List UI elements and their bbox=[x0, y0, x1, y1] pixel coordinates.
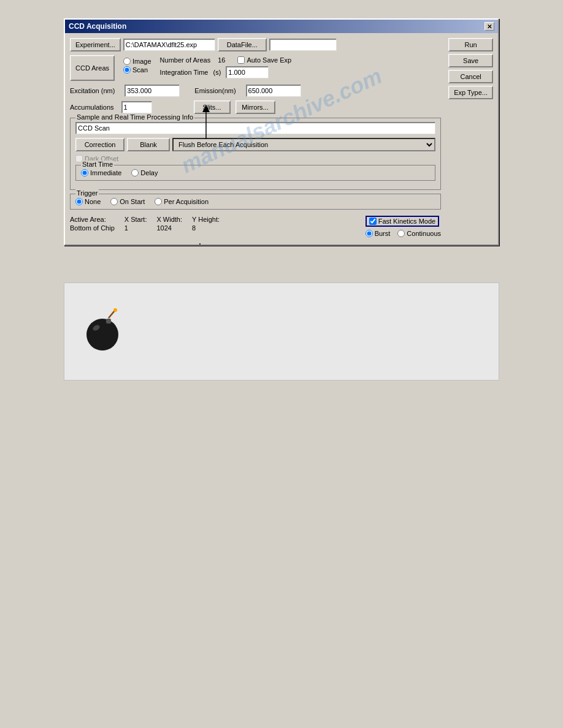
fast-kinetics-checkbox-row: Fast Kinetics Mode bbox=[366, 216, 440, 227]
image-scan-radio-group: Image Scan bbox=[120, 55, 155, 76]
dark-offset-row: Dark Offset bbox=[75, 155, 435, 162]
dialog-title: CCD Acquisition bbox=[69, 22, 126, 31]
sample-info-group: Sample and Real Time Processing Info Cor… bbox=[70, 118, 441, 190]
run-button[interactable]: Run bbox=[448, 38, 493, 51]
row2: CCD Areas Image Scan Number of bbox=[70, 55, 441, 81]
svg-line-2 bbox=[109, 311, 115, 318]
accumulations-input[interactable] bbox=[121, 101, 152, 113]
bomb-icon bbox=[83, 307, 126, 356]
continuous-radio-label[interactable]: Continuous bbox=[397, 230, 441, 237]
auto-save-row: Auto Save Exp bbox=[237, 56, 291, 64]
trigger-group: Trigger None On Start Per Acquisition bbox=[70, 194, 441, 210]
dialog-body: Run Save Cancel Exp Type... Experiment..… bbox=[65, 33, 498, 245]
continuous-radio[interactable] bbox=[397, 230, 405, 237]
x-start-col: X Start: 1 bbox=[124, 216, 147, 232]
excitation-input[interactable] bbox=[124, 85, 180, 97]
per-acquisition-radio[interactable] bbox=[155, 198, 162, 205]
annotation-labels bbox=[64, 246, 499, 270]
burst-label: Burst bbox=[375, 230, 391, 237]
bottom-info: Active Area: Bottom of Chip X Start: 1 X… bbox=[70, 213, 441, 240]
delay-label: Delay bbox=[140, 169, 158, 176]
per-acquisition-radio-label[interactable]: Per Acquisition bbox=[155, 198, 209, 205]
active-area-value: Bottom of Chip bbox=[70, 224, 115, 232]
image-radio-label[interactable]: Image bbox=[123, 58, 151, 65]
x-width-label: X Width: bbox=[156, 216, 182, 223]
x-start-label: X Start: bbox=[124, 216, 147, 223]
none-radio-label[interactable]: None bbox=[75, 198, 101, 205]
excitation-label: Excitation (nm) bbox=[70, 87, 115, 94]
integration-time-unit: (s) bbox=[213, 69, 221, 76]
fast-kinetics-label: Fast Kinetics Mode bbox=[378, 218, 436, 225]
immediate-radio-label[interactable]: Immediate bbox=[81, 169, 121, 176]
delay-radio-label[interactable]: Delay bbox=[131, 169, 158, 176]
correction-button[interactable]: Correction bbox=[75, 138, 124, 151]
emission-input[interactable] bbox=[246, 85, 301, 97]
image-radio-text: Image bbox=[132, 58, 151, 65]
active-area-label: Active Area: bbox=[70, 216, 115, 223]
sample-info-input[interactable] bbox=[75, 122, 435, 134]
close-button[interactable]: ✕ bbox=[484, 22, 494, 31]
cancel-button[interactable]: Cancel bbox=[448, 70, 493, 83]
svg-rect-6 bbox=[106, 319, 111, 324]
sample-info-group-label: Sample and Real Time Processing Info bbox=[75, 113, 194, 121]
bomb-panel bbox=[64, 282, 499, 381]
experiment-path-input[interactable] bbox=[123, 39, 215, 51]
none-radio[interactable] bbox=[75, 198, 83, 205]
active-area-col: Active Area: Bottom of Chip bbox=[70, 216, 115, 232]
right-buttons: Run Save Cancel Exp Type... bbox=[448, 38, 493, 99]
none-label: None bbox=[85, 198, 101, 205]
scan-radio[interactable] bbox=[123, 66, 131, 74]
num-areas-label: Number of Areas bbox=[160, 56, 211, 64]
y-height-label: Y Height: bbox=[192, 216, 220, 223]
emission-label: Emission(nm) bbox=[194, 87, 236, 94]
top-row: Experiment... DataFile... bbox=[70, 38, 441, 51]
on-start-label: On Start bbox=[120, 198, 145, 205]
flush-dropdown-container: Flush Before Each Acquisition No Flush C… bbox=[172, 138, 435, 151]
accumulations-row: Accumulations Slits... Mirrors... bbox=[70, 100, 441, 114]
on-start-radio[interactable] bbox=[110, 198, 118, 205]
mirrors-button[interactable]: Mirrors... bbox=[236, 100, 275, 114]
auto-save-label: Auto Save Exp bbox=[247, 56, 291, 64]
burst-radio[interactable] bbox=[366, 230, 373, 237]
datafile-input[interactable] bbox=[269, 39, 337, 51]
svg-point-3 bbox=[113, 308, 117, 312]
start-time-row: Immediate Delay bbox=[81, 168, 430, 178]
scan-radio-label[interactable]: Scan bbox=[123, 66, 151, 74]
correction-row: Correction Blank Flush Before Each Acqui… bbox=[75, 138, 435, 151]
num-areas-row: Number of Areas 16 Auto Save Exp bbox=[160, 56, 292, 64]
excitation-emission-row: Excitation (nm) Emission(nm) bbox=[70, 85, 441, 97]
blank-button[interactable]: Blank bbox=[127, 138, 170, 151]
auto-save-checkbox[interactable] bbox=[237, 56, 245, 64]
ccd-acquisition-dialog: CCD Acquisition ✕ manualsarchive.com Run… bbox=[64, 18, 499, 246]
continuous-label: Continuous bbox=[407, 230, 441, 237]
y-height-col: Y Height: 8 bbox=[192, 216, 220, 232]
datafile-button[interactable]: DataFile... bbox=[218, 38, 267, 51]
x-start-value: 1 bbox=[124, 224, 147, 232]
start-time-group-label: Start Time bbox=[81, 161, 114, 168]
integration-time-row: Integration Time (s) bbox=[160, 66, 292, 78]
svg-point-4 bbox=[86, 319, 118, 351]
exp-type-button[interactable]: Exp Type... bbox=[448, 86, 493, 99]
x-width-value: 1024 bbox=[156, 224, 182, 232]
experiment-button[interactable]: Experiment... bbox=[70, 38, 121, 51]
burst-continuous-row: Burst Continuous bbox=[366, 230, 441, 237]
fast-kinetics-checkbox[interactable] bbox=[369, 218, 377, 225]
trigger-group-label: Trigger bbox=[75, 189, 99, 197]
save-button[interactable]: Save bbox=[448, 54, 493, 67]
immediate-label: Immediate bbox=[90, 169, 121, 176]
flush-dropdown[interactable]: Flush Before Each Acquisition No Flush C… bbox=[172, 138, 435, 151]
title-bar: CCD Acquisition ✕ bbox=[65, 20, 498, 33]
num-areas-group: Number of Areas 16 Auto Save Exp Integra… bbox=[160, 56, 292, 78]
on-start-radio-label[interactable]: On Start bbox=[110, 198, 145, 205]
delay-radio[interactable] bbox=[131, 169, 139, 176]
burst-radio-label[interactable]: Burst bbox=[366, 230, 391, 237]
num-areas-value: 16 bbox=[218, 56, 225, 64]
ccd-areas-button[interactable]: CCD Areas bbox=[70, 55, 115, 81]
start-time-group: Start Time Immediate Delay bbox=[75, 165, 435, 181]
main-content: Experiment... DataFile... CCD Areas Imag… bbox=[70, 38, 441, 240]
slits-button[interactable]: Slits... bbox=[194, 100, 231, 114]
immediate-radio[interactable] bbox=[81, 169, 88, 176]
integration-time-input[interactable] bbox=[226, 66, 269, 78]
image-radio[interactable] bbox=[123, 58, 131, 65]
scan-radio-text: Scan bbox=[132, 66, 148, 74]
